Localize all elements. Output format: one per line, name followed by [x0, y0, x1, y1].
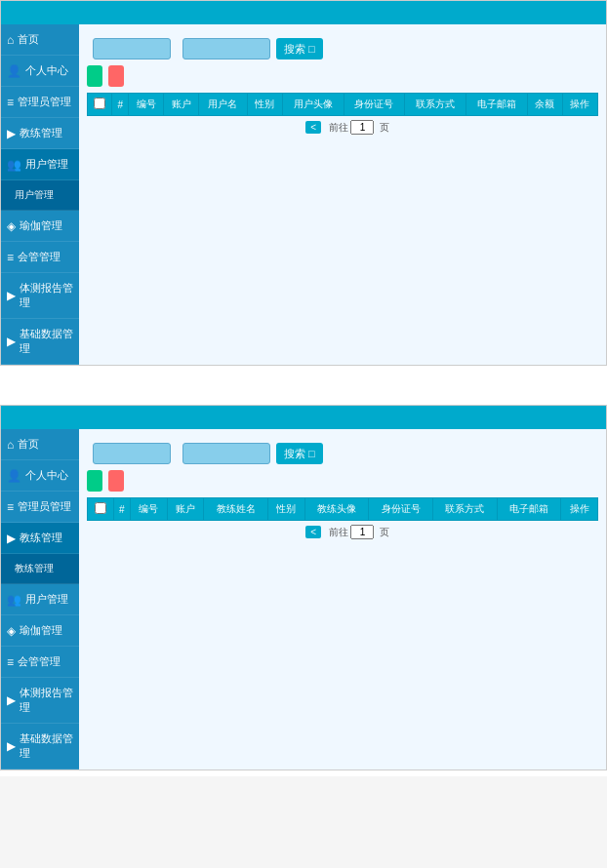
sidebar-label: 基础数据管理: [20, 731, 73, 761]
col-id2: 编号: [131, 498, 168, 521]
topbar-right-2: [585, 412, 596, 423]
sidebar-item-admin-2[interactable]: ≡ 管理员管理: [1, 492, 79, 523]
coach-table-2: # 编号 账户 教练姓名 性别 教练头像 身份证号 联系方式 电子邮箱 操作: [87, 497, 598, 521]
sidebar-label: 瑜伽管理: [20, 623, 62, 638]
sidebar-item-base-1[interactable]: ▶ 基础数据管理: [1, 319, 79, 365]
main-content-1: 搜索 □ # 编号 账户 用户名 性别 用户头像: [79, 24, 606, 365]
prev-page-2[interactable]: <: [305, 526, 321, 538]
sidebar-label: 首页: [18, 32, 39, 47]
member-icon-2: ≡: [7, 655, 14, 669]
topbar-2: [1, 406, 606, 429]
delete-button-1[interactable]: [108, 65, 124, 87]
search-bar-1: 搜索 □: [87, 38, 598, 59]
search-button-2[interactable]: 搜索 □: [276, 443, 323, 464]
col-cb: [88, 94, 112, 116]
col-num2: #: [113, 498, 131, 521]
user-icon-2: 👤: [7, 469, 21, 483]
sidebar-item-member-2[interactable]: ≡ 会管管理: [1, 647, 79, 678]
new-button-2[interactable]: [87, 470, 102, 492]
select-all-cb-1[interactable]: [94, 98, 105, 109]
sidebar-label: 教练管理: [20, 531, 62, 545]
sidebar-item-report-2[interactable]: ▶ 体测报告管理: [1, 678, 79, 724]
coach-icon-1: ▶: [7, 127, 16, 140]
sidebar-item-profile-2[interactable]: 👤 个人中心: [1, 460, 79, 492]
new-button-1[interactable]: [87, 65, 102, 87]
topbar-1: [1, 1, 606, 24]
sidebar-label: 用户管理: [25, 592, 68, 607]
action-bar-1: [87, 65, 598, 87]
app-frame-2: ⌂ 首页 👤 个人中心 ≡ 管理员管理 ▶ 教练管理 教练管理 👥 用户管理: [0, 405, 607, 770]
topbar-right-1: [585, 7, 596, 19]
col-idcard: 身份证号: [344, 94, 405, 116]
prev-page-1[interactable]: <: [305, 121, 321, 134]
sidebar-label: 会管管理: [18, 250, 61, 264]
yoga-icon-1: ◈: [7, 219, 16, 233]
page-input-2[interactable]: [350, 525, 374, 539]
delete-button-2[interactable]: [108, 470, 124, 492]
sidebar-item-yoga-1[interactable]: ◈ 瑜伽管理: [1, 211, 79, 242]
sidebar-item-report-1[interactable]: ▶ 体测报告管理: [1, 273, 79, 319]
sidebar-label: 用户管理: [25, 157, 68, 172]
col-phone: 联系方式: [405, 94, 466, 116]
user-icon-1: 👤: [7, 64, 21, 78]
sidebar-label: 用户管理: [15, 188, 54, 202]
sidebar-item-home-2[interactable]: ⌂ 首页: [1, 429, 79, 460]
base-icon-2: ▶: [7, 739, 16, 753]
search-button-1[interactable]: 搜索 □: [276, 38, 323, 59]
sidebar-1: ⌂ 首页 👤 个人中心 ≡ 管理员管理 ▶ 教练管理 👥 用户管理 用户管理: [1, 24, 79, 365]
col-action2: 操作: [561, 498, 598, 521]
page-input-1[interactable]: [350, 120, 374, 135]
sidebar-label: 会管管理: [18, 654, 61, 669]
sidebar-label: 教练管理: [20, 126, 62, 140]
col-balance: 余额: [527, 94, 562, 116]
sidebar-label: 瑜伽管理: [20, 218, 62, 233]
main-content-2: 搜索 □ # 编号 账户 教练姓名 性别 教练头像: [79, 429, 606, 769]
users-icon-1: 👥: [7, 158, 21, 172]
sidebar-item-coach-sub-2[interactable]: 教练管理: [1, 554, 79, 584]
search-input-name-2[interactable]: [93, 443, 171, 464]
sidebar-label: 个人中心: [25, 468, 68, 483]
col-name: 用户名: [199, 94, 247, 116]
sidebar-item-profile-1[interactable]: 👤 个人中心: [1, 56, 79, 87]
sidebar-item-users-1[interactable]: 👥 用户管理: [1, 149, 79, 180]
col-avatar2: 教练头像: [304, 498, 369, 521]
admin-icon-2: ≡: [7, 500, 14, 514]
layout-2: ⌂ 首页 👤 个人中心 ≡ 管理员管理 ▶ 教练管理 教练管理 👥 用户管理: [1, 429, 606, 769]
search-input-gender-1[interactable]: [182, 38, 270, 59]
user-table-1: # 编号 账户 用户名 性别 用户头像 身份证号 联系方式 电子邮箱 余额 操作: [87, 93, 598, 116]
sidebar-2: ⌂ 首页 👤 个人中心 ≡ 管理员管理 ▶ 教练管理 教练管理 👥 用户管理: [1, 429, 79, 769]
pagination-1: < 前往 页: [87, 116, 598, 138]
admin-icon-1: ≡: [7, 96, 14, 109]
col-account2: 账户: [167, 498, 204, 521]
home-icon-2: ⌂: [7, 438, 14, 452]
sidebar-item-base-2[interactable]: ▶ 基础数据管理: [1, 724, 79, 769]
report-icon-1: ▶: [7, 289, 16, 302]
sidebar-label: 教练管理: [15, 562, 54, 575]
search-bar-2: 搜索 □: [87, 443, 598, 464]
sidebar-item-coach-1[interactable]: ▶ 教练管理: [1, 118, 79, 149]
select-all-cb-2[interactable]: [95, 502, 106, 514]
sidebar-item-users-2[interactable]: 👥 用户管理: [1, 584, 79, 615]
search-input-name-1[interactable]: [93, 38, 171, 59]
pagination-2: < 前往 页: [87, 521, 598, 543]
col-num: #: [112, 94, 129, 116]
col-email2: 电子邮箱: [497, 498, 561, 521]
col-id: 编号: [129, 94, 164, 116]
col-gender: 性别: [247, 94, 282, 116]
sidebar-item-member-1[interactable]: ≡ 会管管理: [1, 242, 79, 273]
report-icon-2: ▶: [7, 693, 16, 707]
sidebar-item-users-sub-1[interactable]: 用户管理: [1, 180, 79, 211]
col-phone2: 联系方式: [432, 498, 497, 521]
sidebar-item-home-1[interactable]: ⌂ 首页: [1, 24, 79, 56]
sidebar-label: 体测报告管理: [20, 686, 73, 715]
sidebar-item-admin-1[interactable]: ≡ 管理员管理: [1, 87, 79, 118]
col-action: 操作: [562, 94, 597, 116]
sidebar-label: 体测报告管理: [20, 281, 73, 310]
search-input-gender-2[interactable]: [182, 443, 270, 464]
sidebar-item-yoga-2[interactable]: ◈ 瑜伽管理: [1, 615, 79, 647]
sidebar-item-coach-2[interactable]: ▶ 教练管理: [1, 523, 79, 554]
sidebar-label: 个人中心: [25, 63, 68, 78]
sidebar-label: 首页: [18, 437, 39, 452]
col-gender2: 性别: [268, 498, 305, 521]
coach-icon-2: ▶: [7, 532, 16, 545]
